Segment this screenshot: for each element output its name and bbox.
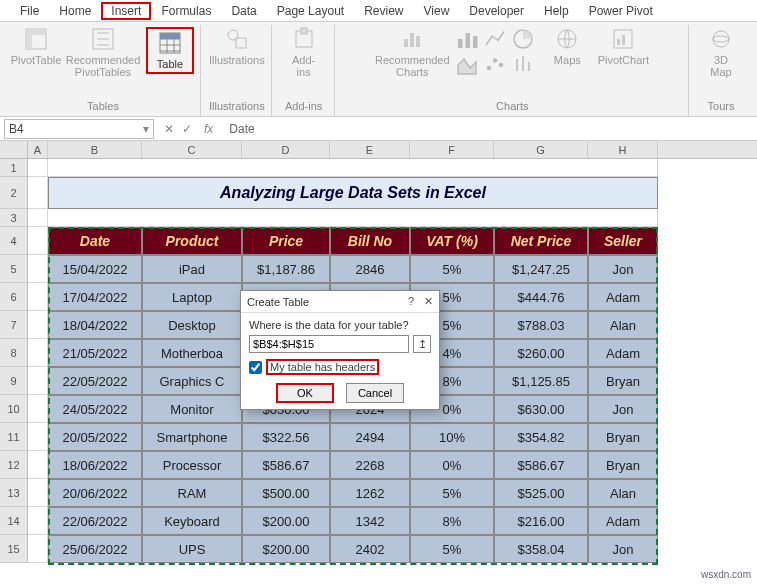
table-cell[interactable]: 22/05/2022 [48, 367, 142, 395]
col-header-E[interactable]: E [330, 141, 410, 158]
col-header-C[interactable]: C [142, 141, 242, 158]
area-chart-icon[interactable] [455, 53, 479, 77]
table-cell[interactable]: Jon [588, 255, 658, 283]
pie-chart-icon[interactable] [511, 27, 535, 51]
cell[interactable] [28, 535, 48, 563]
table-cell[interactable]: $260.00 [494, 339, 588, 367]
cancel-button[interactable]: Cancel [346, 383, 404, 403]
table-cell[interactable]: 2846 [330, 255, 410, 283]
table-cell[interactable]: $586.67 [494, 451, 588, 479]
table-cell[interactable]: $200.00 [242, 535, 330, 563]
table-cell[interactable]: $525.00 [494, 479, 588, 507]
row-header-3[interactable]: 3 [0, 209, 28, 227]
menu-review[interactable]: Review [354, 2, 413, 20]
table-cell[interactable]: Smartphone [142, 423, 242, 451]
table-button[interactable]: Table [146, 27, 194, 74]
table-cell[interactable]: Processor [142, 451, 242, 479]
table-cell[interactable]: Jon [588, 395, 658, 423]
table-cell[interactable]: 24/05/2022 [48, 395, 142, 423]
table-cell[interactable]: $444.76 [494, 283, 588, 311]
collapse-dialog-icon[interactable]: ↥ [413, 335, 431, 353]
select-all-corner[interactable] [0, 141, 28, 158]
chart-gallery[interactable] [455, 27, 535, 75]
row-header-13[interactable]: 13 [0, 479, 28, 507]
table-range-input[interactable] [249, 335, 409, 353]
maps-button[interactable]: Maps [543, 27, 591, 66]
cell[interactable] [28, 479, 48, 507]
row-header-9[interactable]: 9 [0, 367, 28, 395]
menu-data[interactable]: Data [221, 2, 266, 20]
table-cell[interactable]: Jon [588, 535, 658, 563]
table-cell[interactable]: Bryan [588, 423, 658, 451]
table-cell[interactable]: UPS [142, 535, 242, 563]
cell[interactable] [28, 451, 48, 479]
table-cell[interactable]: 20/05/2022 [48, 423, 142, 451]
menu-pagelayout[interactable]: Page Layout [267, 2, 354, 20]
table-cell[interactable]: 0% [410, 451, 494, 479]
table-cell[interactable]: $200.00 [242, 507, 330, 535]
cell[interactable] [28, 367, 48, 395]
table-cell[interactable]: 5% [410, 479, 494, 507]
row-header-1[interactable]: 1 [0, 159, 28, 177]
table-cell[interactable]: 8% [410, 507, 494, 535]
formula-input[interactable]: Date [223, 122, 757, 136]
row-header-7[interactable]: 7 [0, 311, 28, 339]
row-header-2[interactable]: 2 [0, 177, 28, 209]
table-cell[interactable]: $586.67 [242, 451, 330, 479]
headers-checkbox[interactable] [249, 361, 262, 374]
table-cell[interactable]: Adam [588, 283, 658, 311]
col-header-A[interactable]: A [28, 141, 48, 158]
cell[interactable] [28, 507, 48, 535]
3dmap-button[interactable]: 3D Map [697, 27, 745, 78]
header-netprice[interactable]: Net Price [494, 227, 588, 255]
recommended-pivot-button[interactable]: Recommended PivotTables [68, 27, 138, 78]
table-cell[interactable]: 18/04/2022 [48, 311, 142, 339]
addins-button[interactable]: Add- ins [280, 27, 328, 78]
header-price[interactable]: Price [242, 227, 330, 255]
header-vat[interactable]: VAT (%) [410, 227, 494, 255]
ok-button[interactable]: OK [276, 383, 334, 403]
row-header-8[interactable]: 8 [0, 339, 28, 367]
table-cell[interactable]: $1,125.85 [494, 367, 588, 395]
header-product[interactable]: Product [142, 227, 242, 255]
table-cell[interactable]: Graphics C [142, 367, 242, 395]
table-cell[interactable]: $500.00 [242, 479, 330, 507]
recommended-charts-button[interactable]: Recommended Charts [377, 27, 447, 78]
col-header-F[interactable]: F [410, 141, 494, 158]
fx-icon[interactable]: fx [200, 122, 217, 136]
table-cell[interactable]: $322.56 [242, 423, 330, 451]
pivottable-button[interactable]: PivotTable [12, 27, 60, 66]
table-cell[interactable]: 1342 [330, 507, 410, 535]
table-cell[interactable]: 2402 [330, 535, 410, 563]
dialog-close-button[interactable]: ✕ [424, 295, 433, 308]
table-cell[interactable]: 21/05/2022 [48, 339, 142, 367]
col-header-H[interactable]: H [588, 141, 658, 158]
cell[interactable] [28, 177, 48, 209]
table-cell[interactable]: 2268 [330, 451, 410, 479]
table-cell[interactable]: 5% [410, 255, 494, 283]
table-cell[interactable]: 10% [410, 423, 494, 451]
table-cell[interactable]: $354.82 [494, 423, 588, 451]
col-header-D[interactable]: D [242, 141, 330, 158]
name-box[interactable]: B4 ▾ [4, 119, 154, 139]
table-cell[interactable]: Bryan [588, 367, 658, 395]
cell[interactable] [28, 255, 48, 283]
cell[interactable] [28, 159, 48, 177]
table-cell[interactable]: Bryan [588, 451, 658, 479]
cell[interactable] [28, 227, 48, 255]
table-cell[interactable]: $216.00 [494, 507, 588, 535]
dialog-help-button[interactable]: ? [408, 295, 414, 308]
table-cell[interactable]: $1,187.86 [242, 255, 330, 283]
menu-home[interactable]: Home [49, 2, 101, 20]
table-cell[interactable]: 5% [410, 535, 494, 563]
row-header-6[interactable]: 6 [0, 283, 28, 311]
row-header-11[interactable]: 11 [0, 423, 28, 451]
table-cell[interactable]: Adam [588, 507, 658, 535]
table-cell[interactable]: 1262 [330, 479, 410, 507]
menu-powerpivot[interactable]: Power Pivot [579, 2, 663, 20]
menu-insert[interactable]: Insert [101, 2, 151, 20]
table-cell[interactable]: $358.04 [494, 535, 588, 563]
table-cell[interactable]: Desktop [142, 311, 242, 339]
dialog-titlebar[interactable]: Create Table ? ✕ [241, 291, 439, 313]
enter-icon[interactable]: ✓ [182, 122, 192, 136]
